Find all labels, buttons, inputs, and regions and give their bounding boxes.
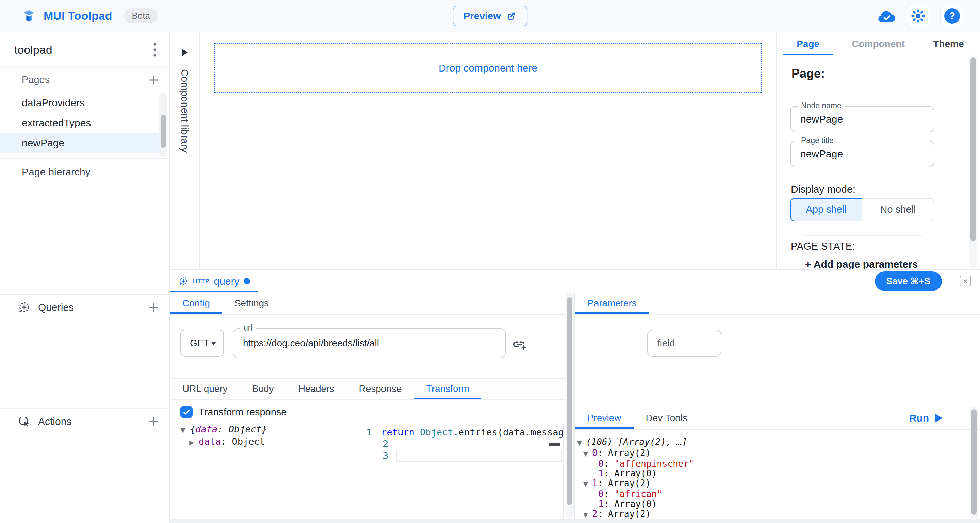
tree-row[interactable]: ▼2: Array(2): [577, 509, 694, 520]
node-name-field[interactable]: Node name newPage: [790, 106, 934, 132]
tab-url-query[interactable]: URL query: [170, 379, 240, 399]
parameter-field-input[interactable]: field: [647, 330, 721, 357]
inspector-panel: PageComponentTheme Page: Node name newPa…: [776, 32, 980, 269]
scope-tree: ▼{data: Object}▶data: Object: [180, 424, 267, 448]
add-query-button[interactable]: [148, 302, 159, 313]
tab-body[interactable]: Body: [240, 379, 286, 399]
component-library-strip[interactable]: Component library: [170, 32, 200, 269]
config-tabs: ConfigSettings: [170, 292, 574, 315]
help-icon: ?: [944, 8, 960, 24]
transform-response-row: Transform response: [180, 405, 286, 419]
expand-library-icon: [182, 49, 188, 56]
help-button[interactable]: ?: [940, 4, 964, 28]
code-line-1[interactable]: 1return Object.entries(data.messag: [366, 426, 563, 438]
display-mode-toggle: App shell No shell: [790, 198, 934, 221]
tab-config[interactable]: Config: [170, 292, 222, 314]
sun-icon: [911, 8, 926, 24]
collapse-arrow-icon[interactable]: ▼: [577, 438, 586, 448]
tab-headers[interactable]: Headers: [286, 379, 347, 399]
page-hierarchy-item[interactable]: Page hierarchy: [0, 158, 169, 186]
unsaved-dot-icon: [243, 278, 250, 284]
result-tabs-row: PreviewDev Tools Run: [575, 407, 980, 430]
inspector-scrollbar[interactable]: [969, 55, 977, 269]
tree-row[interactable]: ▼0: Array(2): [577, 448, 694, 459]
query-tab[interactable]: HTTP query: [170, 269, 258, 292]
project-name: toolpad: [14, 43, 52, 56]
display-mode-no-shell[interactable]: No shell: [862, 198, 934, 221]
inspector-tabs: PageComponentTheme: [776, 32, 980, 55]
query-fetch-icon: [178, 276, 189, 286]
beta-badge: Beta: [124, 8, 158, 24]
transform-response-checkbox[interactable]: [180, 406, 192, 418]
expand-arrow-icon[interactable]: ▶: [189, 437, 199, 448]
explorer-sidebar: toolpad Pages dataProvidersextractedType…: [0, 32, 170, 523]
theme-mode-button[interactable]: [906, 4, 930, 28]
editor-overview-ruler-mark: [549, 443, 560, 446]
add-page-parameters-button[interactable]: + Add page parameters: [805, 258, 918, 269]
actions-section-header: Actions: [0, 408, 169, 435]
parameters-tabs: Parameters: [575, 292, 980, 315]
preview-button[interactable]: Preview: [453, 6, 527, 26]
tab-settings[interactable]: Settings: [222, 292, 281, 314]
queries-label: Queries: [38, 302, 74, 313]
drop-zone-label: Drop component here: [439, 62, 537, 74]
run-button-label: Run: [909, 412, 929, 424]
actions-click-icon: [18, 415, 30, 428]
toolpad-logo-icon: [21, 8, 37, 24]
add-page-button[interactable]: [148, 74, 159, 86]
tab-theme[interactable]: Theme: [917, 32, 980, 55]
preview-scrollbar[interactable]: [970, 407, 978, 518]
chevron-down-icon: [211, 341, 216, 345]
sidebar-page-dataProviders[interactable]: dataProviders: [0, 92, 160, 113]
http-method-value: GET: [190, 338, 210, 349]
queries-section-header: Queries: [0, 294, 169, 321]
add-link-icon[interactable]: [512, 336, 527, 354]
tab-transform[interactable]: Transform: [414, 379, 482, 399]
url-field[interactable]: url https://dog.ceo/api/breeds/list/all: [233, 328, 506, 358]
add-action-button[interactable]: [148, 416, 159, 427]
page-title-field[interactable]: Page title newPage: [790, 140, 934, 167]
display-mode-label: Display mode:: [791, 183, 856, 195]
parameter-field-placeholder: field: [657, 338, 675, 349]
sidebar-page-newPage[interactable]: newPage: [0, 133, 160, 153]
tab-response[interactable]: Response: [347, 379, 414, 399]
pages-header-label: Pages: [22, 74, 50, 86]
pages-list: dataProvidersextractedTypesnewPage: [0, 92, 160, 153]
tree-row[interactable]: ▼{data: Object}: [180, 424, 267, 436]
run-button[interactable]: Run: [909, 407, 980, 429]
preview-json-tree: ▼(106) [Array(2), …]▼0: Array(2)0: "affe…: [577, 437, 694, 523]
cloud-synced-icon: [877, 8, 896, 24]
pages-scrollbar[interactable]: [159, 92, 167, 157]
query-editor-header: HTTP query Save ⌘+S ✕: [170, 269, 980, 292]
tab-dev-tools[interactable]: Dev Tools: [633, 407, 700, 429]
url-value: https://dog.ceo/api/breeds/list/all: [243, 338, 379, 349]
config-scrollbar[interactable]: [566, 292, 574, 518]
tab-preview[interactable]: Preview: [575, 407, 633, 429]
project-menu-button[interactable]: [153, 42, 156, 57]
drop-zone[interactable]: Drop component here: [215, 43, 762, 92]
tab-page[interactable]: Page: [776, 32, 840, 55]
line-number: 2: [366, 438, 388, 449]
tab-component[interactable]: Component: [840, 32, 917, 55]
pages-section-header: Pages: [0, 67, 169, 92]
tab-parameters[interactable]: Parameters: [575, 292, 649, 314]
collapse-arrow-icon[interactable]: ▼: [583, 449, 592, 459]
tree-row[interactable]: ▶data: Object: [180, 436, 267, 448]
collapse-arrow-icon[interactable]: ▼: [180, 424, 190, 436]
app-logo: MUI Toolpad Beta: [21, 8, 158, 24]
save-button[interactable]: Save ⌘+S: [875, 271, 942, 291]
query-tab-label: query: [214, 276, 239, 287]
collapse-arrow-icon[interactable]: ▼: [583, 480, 592, 489]
http-method-select[interactable]: GET: [180, 330, 224, 357]
tree-row[interactable]: ▼(106) [Array(2), …]: [577, 437, 694, 448]
sidebar-page-extractedTypes[interactable]: extractedTypes: [0, 113, 160, 133]
top-right-actions: ?: [877, 4, 964, 28]
close-panel-button[interactable]: ✕: [959, 276, 971, 286]
tree-row[interactable]: ▼1: Array(2): [577, 478, 694, 489]
code-line-2[interactable]: 2: [366, 438, 563, 450]
result-tabs: PreviewDev Tools: [575, 407, 700, 429]
transform-code-editor[interactable]: 1return Object.entries(data.messag23: [366, 424, 564, 518]
display-mode-app-shell[interactable]: App shell: [790, 198, 862, 221]
query-protocol-badge: HTTP: [193, 278, 209, 285]
horizontal-scrollbar-track[interactable]: [170, 518, 980, 523]
